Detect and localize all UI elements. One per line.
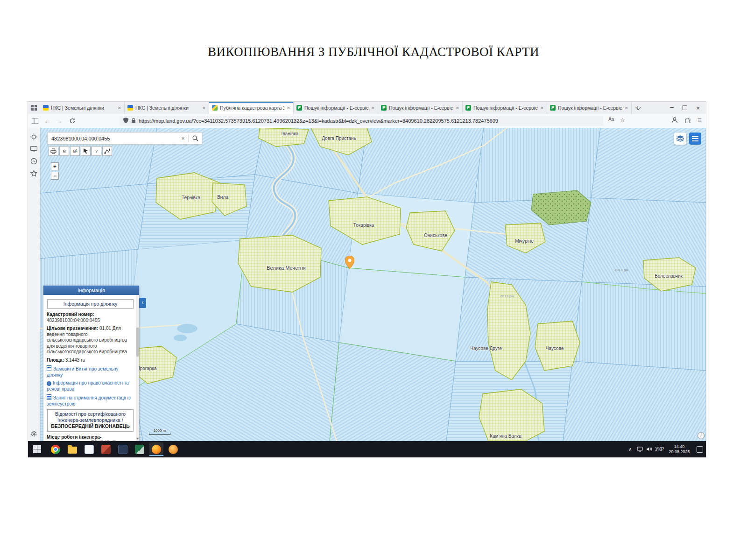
cadastral-map[interactable]: Іванівка Довга Пристань Тернівка Вила То… — [40, 128, 706, 441]
taskbar-app-icon-1[interactable] — [82, 442, 96, 456]
tray-language-indicator[interactable]: УКР — [654, 441, 666, 457]
taskbar-chrome-icon[interactable] — [49, 442, 63, 456]
panel-scrollbar[interactable] — [136, 295, 139, 441]
taskbar-firefox-icon[interactable] — [149, 442, 163, 456]
tab-label: Публічна кадастрова карта Ук — [220, 105, 284, 111]
zoom-in-button[interactable]: + — [51, 162, 59, 170]
lock-icon[interactable] — [131, 117, 136, 125]
windows-taskbar: ∧ УКР 14:40 20.08.2025 — [28, 441, 706, 457]
close-window-button[interactable]: × — [692, 102, 704, 114]
route-tool-icon[interactable] — [102, 146, 112, 156]
taskbar-app-icon-5[interactable] — [166, 442, 180, 456]
cadastral-favicon — [212, 105, 218, 111]
panel-collapse-button[interactable]: ‹ — [139, 298, 146, 308]
taskbar-explorer-icon[interactable] — [65, 442, 79, 456]
order-extract-link[interactable]: Замовити Витяг про земельну ділянку — [47, 365, 134, 378]
translate-icon[interactable]: Aa — [608, 117, 614, 122]
measure-area-tool[interactable]: м² — [70, 146, 80, 156]
tab-eservices-2[interactable]: Е Пошук інформації - Е-сервіси × — [378, 102, 463, 114]
ownership-info-link[interactable]: iІнформація про право власності та речов… — [47, 380, 134, 392]
place-label: Вила — [217, 195, 228, 200]
minimize-button[interactable]: − — [666, 102, 678, 114]
tab-close-icon[interactable]: × — [371, 105, 375, 111]
shield-icon[interactable] — [123, 117, 128, 125]
engineer-section-title: Відомості про сертифікованого інженера-з… — [47, 409, 134, 431]
start-button[interactable] — [30, 442, 44, 456]
place-label: Чаусове — [546, 346, 564, 351]
locate-icon[interactable] — [30, 133, 38, 141]
taskbar-app-icon-2[interactable] — [99, 442, 113, 456]
url-bar[interactable]: https://map.land.gov.ua/?cc=3411032.5735… — [120, 116, 603, 126]
identify-tool[interactable]: ? — [92, 146, 101, 156]
pointer-tool-icon[interactable] — [81, 146, 91, 156]
place-label: Тернівка — [182, 195, 200, 200]
bookmarks-star-icon[interactable] — [30, 170, 38, 177]
attribution-info-icon[interactable]: i — [698, 432, 705, 439]
engineer-section-text: Відомості про сертифікованого інженера-з… — [55, 411, 126, 423]
documentation-request-link[interactable]: Запит на отримання документації із земле… — [47, 394, 134, 407]
browser-sidebar — [28, 128, 41, 441]
cadastral-number-value: 4823981000:04:000:0455 — [47, 318, 100, 323]
tab-bar: НКС | Земельні ділянки × НКС | Земельні … — [28, 102, 706, 114]
tab-eservices-1[interactable]: Е Пошук інформації - Е-сервіси × — [294, 102, 378, 114]
tab-close-icon[interactable]: × — [202, 105, 206, 111]
tab-label: Пошук інформації - Е-сервіси — [558, 105, 622, 111]
search-input[interactable] — [48, 136, 178, 141]
clear-search-icon[interactable]: × — [178, 135, 188, 142]
cadastral-number: Кадастровий номер: 4823981000:04:000:045… — [47, 312, 134, 323]
map-canvas[interactable] — [40, 128, 706, 441]
tray-volume-icon[interactable] — [644, 441, 654, 457]
reload-button[interactable] — [67, 116, 78, 126]
devices-icon[interactable] — [30, 146, 38, 153]
scrollbar-thumb[interactable] — [136, 328, 139, 357]
eservices-favicon: Е — [465, 105, 471, 111]
eservices-favicon: Е — [296, 105, 302, 111]
tab-close-icon[interactable]: × — [287, 105, 290, 111]
map-menu-button[interactable] — [689, 133, 701, 145]
tab-eservices-3[interactable]: Е Пошук інформації - Е-сервіси × — [463, 102, 547, 114]
tab-label: НКС | Земельні ділянки — [135, 105, 200, 111]
tab-list-dropdown-icon[interactable] — [632, 102, 644, 114]
map-watermark: 2013 рік — [500, 294, 514, 298]
tab-close-icon[interactable]: × — [540, 105, 544, 111]
document-icon — [47, 394, 51, 400]
map-toolbar: м м² ? — [49, 146, 112, 156]
taskbar-app-icon-4[interactable] — [133, 442, 147, 456]
scale-bar: 1000 m — [149, 428, 170, 435]
info-panel-header[interactable]: Інформація — [43, 286, 139, 295]
tab-eservices-4[interactable]: Е Пошук інформації - Е-сервіси × — [547, 102, 632, 114]
tab-cadastral-map[interactable]: Публічна кадастрова карта Ук × — [209, 102, 294, 114]
tab-overview-icon[interactable] — [28, 102, 40, 114]
tray-clock[interactable]: 14:40 20.08.2025 — [666, 441, 693, 457]
history-clock-icon[interactable] — [30, 158, 38, 165]
back-button[interactable]: ← — [42, 116, 52, 126]
app-menu-icon[interactable]: ≡ — [698, 116, 702, 124]
url-text: https://map.land.gov.ua/?cc=3411032.5735… — [139, 118, 599, 124]
tray-date: 20.08.2025 — [669, 449, 690, 455]
tray-notification-icon[interactable] — [695, 441, 705, 457]
tray-network-icon[interactable] — [635, 441, 644, 457]
nks-favicon — [43, 105, 49, 111]
tab-close-icon[interactable]: × — [456, 105, 459, 111]
tab-close-icon[interactable]: × — [625, 105, 628, 111]
settings-gear-icon[interactable] — [30, 430, 38, 438]
print-tool-icon[interactable] — [49, 146, 58, 156]
account-icon[interactable] — [671, 117, 678, 124]
layers-button[interactable] — [674, 133, 686, 145]
place-label: Прогарка — [136, 366, 156, 371]
tab-close-icon[interactable]: × — [118, 105, 121, 111]
place-label: Болеславчик — [655, 273, 683, 279]
tab-nks-2[interactable]: НКС | Земельні ділянки × — [125, 102, 209, 114]
search-magnifier-icon[interactable] — [189, 133, 202, 144]
tray-chevron-icon[interactable]: ∧ — [626, 441, 635, 457]
zoom-out-button[interactable]: − — [51, 172, 59, 180]
taskbar-app-icon-3[interactable] — [116, 442, 130, 456]
sidebar-toggle-icon[interactable] — [30, 116, 40, 126]
engineer-workplace: Місце роботи інженера-землевпорядника: П… — [47, 434, 134, 441]
measure-length-tool[interactable]: м — [59, 146, 69, 156]
tab-nks-1[interactable]: НКС | Земельні ділянки × — [40, 102, 125, 114]
extensions-icon[interactable] — [684, 117, 691, 124]
bookmark-star-icon[interactable]: ☆ — [620, 117, 625, 123]
scrollbar-down-arrow[interactable] — [136, 437, 139, 441]
maximize-button[interactable] — [679, 102, 691, 114]
